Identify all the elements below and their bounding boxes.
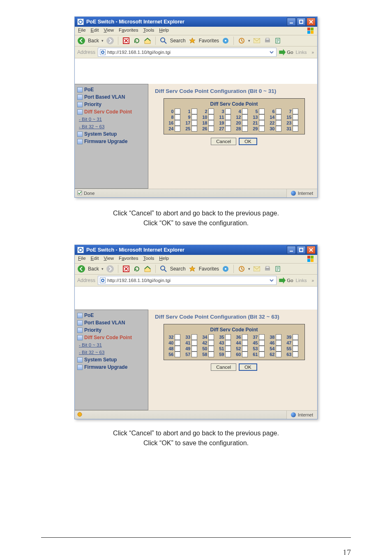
- dscp-bit-63[interactable]: 63: [285, 352, 301, 357]
- sidebar-item-firmware[interactable]: Firmware Upgrade: [77, 363, 145, 371]
- checkbox-icon[interactable]: [208, 109, 214, 114]
- refresh-button[interactable]: [133, 37, 141, 45]
- checkbox-icon[interactable]: [208, 114, 214, 120]
- mail-button[interactable]: [253, 37, 261, 45]
- menu-help[interactable]: Help: [159, 28, 169, 34]
- checkbox-icon[interactable]: [175, 109, 180, 114]
- dscp-bit-49[interactable]: 49: [184, 346, 200, 352]
- toolbar-chevron-icon[interactable]: »: [311, 278, 315, 283]
- checkbox-icon[interactable]: [225, 352, 231, 357]
- sidebar-item-firmware[interactable]: Firmware Upgrade: [77, 138, 145, 145]
- dscp-bit-46[interactable]: 46: [268, 340, 284, 346]
- dscp-bit-11[interactable]: 11: [218, 114, 234, 120]
- checkbox-icon[interactable]: [259, 120, 265, 126]
- checkbox-icon[interactable]: [259, 352, 265, 357]
- checkbox-icon[interactable]: [242, 352, 248, 357]
- dscp-bit-19[interactable]: 19: [218, 120, 234, 126]
- dscp-bit-47[interactable]: 47: [285, 340, 301, 346]
- search-icon[interactable]: [159, 265, 168, 273]
- sidebar-item-system[interactable]: System Setup: [77, 356, 145, 363]
- checkbox-icon[interactable]: [242, 109, 248, 114]
- favorites-icon[interactable]: [188, 265, 196, 273]
- dscp-bit-58[interactable]: 58: [201, 352, 217, 357]
- menu-edit[interactable]: Edit: [91, 256, 99, 262]
- checkbox-icon[interactable]: [259, 334, 265, 340]
- address-dropdown-icon[interactable]: [269, 49, 274, 55]
- dscp-bit-29[interactable]: 29: [251, 126, 267, 132]
- checkbox-icon[interactable]: [225, 340, 231, 346]
- dscp-bit-31[interactable]: 31: [285, 126, 301, 132]
- dscp-bit-56[interactable]: 56: [167, 352, 183, 357]
- checkbox-icon[interactable]: [276, 120, 281, 126]
- dscp-bit-48[interactable]: 48: [167, 346, 183, 352]
- checkbox-icon[interactable]: [293, 114, 298, 120]
- edit-button[interactable]: [274, 265, 282, 273]
- dscp-bit-2[interactable]: 2: [201, 109, 217, 114]
- dscp-bit-54[interactable]: 54: [268, 346, 284, 352]
- checkbox-icon[interactable]: [225, 120, 231, 126]
- menu-tools[interactable]: Tools: [143, 256, 154, 262]
- dscp-bit-15[interactable]: 15: [285, 114, 301, 120]
- checkbox-icon[interactable]: [259, 109, 265, 114]
- menu-file[interactable]: File: [78, 28, 86, 34]
- checkbox-icon[interactable]: [242, 346, 248, 352]
- refresh-button[interactable]: [133, 265, 141, 273]
- dscp-bit-52[interactable]: 52: [235, 346, 251, 352]
- checkbox-icon[interactable]: [191, 126, 197, 132]
- window-maximize-button[interactable]: [297, 18, 306, 26]
- dscp-bit-12[interactable]: 12: [235, 114, 251, 120]
- checkbox-icon[interactable]: [242, 120, 248, 126]
- checkbox-icon[interactable]: [225, 109, 231, 114]
- window-titlebar[interactable]: PoE Switch - Microsoft Internet Explorer: [75, 17, 317, 27]
- sidebar-sub-bit32[interactable]: - Bit 32 ~ 63: [79, 349, 145, 356]
- sidebar-sub-bit0[interactable]: - Bit 0 ~ 31: [79, 341, 145, 349]
- checkbox-icon[interactable]: [175, 114, 180, 120]
- checkbox-icon[interactable]: [175, 346, 180, 352]
- dscp-bit-4[interactable]: 4: [235, 109, 251, 114]
- dscp-bit-27[interactable]: 27: [218, 126, 234, 132]
- dscp-bit-50[interactable]: 50: [201, 346, 217, 352]
- menu-view[interactable]: View: [104, 28, 114, 34]
- checkbox-icon[interactable]: [191, 352, 197, 357]
- back-button[interactable]: [77, 37, 85, 45]
- checkbox-icon[interactable]: [242, 340, 248, 346]
- stop-button[interactable]: [122, 37, 130, 45]
- checkbox-icon[interactable]: [259, 346, 265, 352]
- checkbox-icon[interactable]: [259, 114, 265, 120]
- checkbox-icon[interactable]: [293, 334, 298, 340]
- menu-favorites[interactable]: Favorites: [119, 256, 138, 262]
- menu-file[interactable]: File: [78, 256, 86, 262]
- dscp-bit-14[interactable]: 14: [268, 114, 284, 120]
- checkbox-icon[interactable]: [175, 120, 180, 126]
- checkbox-icon[interactable]: [293, 126, 298, 132]
- history-dropdown-icon[interactable]: ▾: [248, 39, 250, 43]
- checkbox-icon[interactable]: [259, 340, 265, 346]
- window-close-button[interactable]: [307, 18, 316, 26]
- checkbox-icon[interactable]: [259, 126, 265, 132]
- window-minimize-button[interactable]: [287, 18, 296, 26]
- links-label[interactable]: Links: [296, 278, 309, 283]
- checkbox-icon[interactable]: [293, 352, 298, 357]
- dscp-bit-53[interactable]: 53: [251, 346, 267, 352]
- back-label[interactable]: Back: [88, 38, 99, 44]
- checkbox-icon[interactable]: [208, 334, 214, 340]
- dscp-bit-40[interactable]: 40: [167, 340, 183, 346]
- home-button[interactable]: [143, 265, 152, 273]
- search-icon[interactable]: [159, 37, 168, 45]
- ok-button[interactable]: OK: [239, 138, 257, 145]
- go-button[interactable]: Go: [279, 277, 293, 284]
- favorites-label[interactable]: Favorites: [199, 266, 219, 272]
- sidebar-item-system[interactable]: System Setup: [77, 130, 145, 138]
- dscp-bit-61[interactable]: 61: [251, 352, 267, 357]
- dscp-bit-9[interactable]: 9: [184, 114, 200, 120]
- window-maximize-button[interactable]: [297, 246, 306, 254]
- dscp-bit-62[interactable]: 62: [268, 352, 284, 357]
- dscp-bit-0[interactable]: 0: [167, 109, 183, 114]
- dscp-bit-51[interactable]: 51: [218, 346, 234, 352]
- go-button[interactable]: Go: [279, 49, 293, 56]
- sidebar-item-poe[interactable]: PoE: [77, 86, 145, 93]
- menu-edit[interactable]: Edit: [91, 28, 99, 34]
- address-input[interactable]: http://192.168.1.10/tgi/login.tgi: [98, 48, 277, 57]
- checkbox-icon[interactable]: [293, 346, 298, 352]
- checkbox-icon[interactable]: [175, 352, 180, 357]
